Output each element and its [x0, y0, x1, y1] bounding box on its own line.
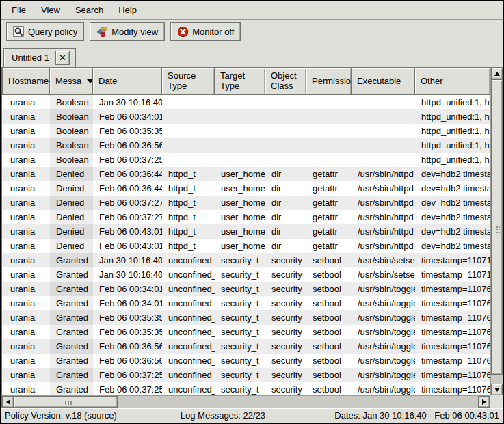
cell-target-type: security_t	[215, 310, 265, 325]
table-row[interactable]: uraniaBooleanJan 30 10:16:40httpd_unifie…	[2, 95, 490, 109]
horizontal-scroll-thumb[interactable]	[14, 396, 118, 408]
column-header-date[interactable]: Date	[93, 68, 162, 95]
cell-target-type: user_home_	[215, 196, 265, 210]
cell-source-type: unconfined_	[162, 368, 215, 382]
statusbar: Policy Version: v.18 (source) Log Messag…	[1, 408, 503, 423]
table-row[interactable]: uraniaDeniedFeb 06 00:43:01httpd_tuser_h…	[2, 239, 490, 253]
tab-bar: Untitled 1 ✕	[1, 43, 503, 67]
tab-untitled-1[interactable]: Untitled 1 ✕	[3, 48, 76, 67]
cell-object-class: dir	[265, 167, 306, 181]
column-header-other[interactable]: Other	[415, 68, 490, 95]
monitor-off-button[interactable]: Monitor off	[170, 22, 241, 41]
table-row[interactable]: uraniaDeniedFeb 06 00:37:27httpd_tuser_h…	[2, 210, 490, 224]
cell-hostname: urania	[2, 181, 50, 196]
query-policy-button[interactable]: Query policy	[6, 22, 84, 41]
scroll-down-icon[interactable]	[491, 384, 503, 395]
table-row[interactable]: uraniaBooleanFeb 06 00:37:25httpd_unifie…	[2, 153, 490, 167]
cell-date: Feb 06 00:37:25	[93, 368, 162, 382]
cell-executable: /usr/sbin/toggle	[352, 368, 415, 382]
cell-object-class	[265, 153, 306, 167]
vertical-scroll-track[interactable]	[491, 79, 503, 384]
column-header-message[interactable]: Messa	[50, 68, 93, 95]
cell-other: timestamp=11076	[415, 325, 490, 339]
cell-permission: getattr	[306, 196, 352, 210]
table-row[interactable]: uraniaGrantedFeb 06 00:34:01unconfined_s…	[2, 296, 490, 310]
table-row[interactable]: uraniaGrantedFeb 06 00:37:25unconfined_s…	[2, 382, 490, 395]
cell-other: dev=hdb2 timesta	[415, 239, 490, 253]
cell-message: Boolean	[50, 95, 93, 109]
cell-executable: /usr/sbin/httpd	[352, 210, 415, 224]
cell-date: Feb 06 00:34:01	[93, 282, 162, 296]
cell-object-class: security	[265, 339, 306, 354]
cell-object-class: security	[265, 267, 306, 282]
cell-other: dev=hdb2 timesta	[415, 196, 490, 210]
cell-permission	[306, 138, 352, 153]
vertical-scrollbar[interactable]	[490, 68, 503, 395]
cell-target-type: user_home_	[215, 224, 265, 239]
scroll-left-icon[interactable]	[2, 396, 14, 408]
table-row[interactable]: uraniaDeniedFeb 06 00:43:01httpd_tuser_h…	[2, 224, 490, 239]
cell-executable	[352, 95, 415, 109]
vertical-scroll-thumb[interactable]	[491, 79, 503, 375]
cell-permission: setbool	[306, 282, 352, 296]
cell-executable: /usr/sbin/toggle	[352, 282, 415, 296]
cell-message: Boolean	[50, 138, 93, 153]
table-row[interactable]: uraniaGrantedFeb 06 00:35:35unconfined_s…	[2, 325, 490, 339]
cell-hostname: urania	[2, 296, 50, 310]
cell-executable: /usr/sbin/setseb	[352, 253, 415, 267]
table-row[interactable]: uraniaGrantedFeb 06 00:36:56unconfined_s…	[2, 339, 490, 354]
cell-message: Granted	[50, 368, 93, 382]
horizontal-scroll-track[interactable]	[14, 396, 478, 408]
column-header-target-type[interactable]: Target Type	[215, 68, 265, 95]
column-header-executable[interactable]: Executable	[352, 68, 415, 95]
column-header-source-type[interactable]: Source Type	[162, 68, 215, 95]
table-row[interactable]: uraniaGrantedFeb 06 00:34:01unconfined_s…	[2, 282, 490, 296]
close-icon[interactable]: ✕	[55, 51, 70, 65]
cell-executable: /usr/sbin/httpd	[352, 181, 415, 196]
cell-permission: setbool	[306, 267, 352, 282]
menu-search[interactable]: Search	[68, 2, 110, 18]
table-row[interactable]: uraniaBooleanFeb 06 00:36:56httpd_unifie…	[2, 138, 490, 153]
table-row[interactable]: uraniaGrantedFeb 06 00:37:25unconfined_s…	[2, 368, 490, 382]
app-window: File View Search Help Query policy	[0, 0, 504, 424]
table-row[interactable]: uraniaGrantedJan 30 10:16:40unconfined_s…	[2, 253, 490, 267]
cell-source-type: unconfined_	[162, 310, 215, 325]
scroll-up-icon[interactable]	[491, 68, 503, 79]
cell-executable: /usr/sbin/httpd	[352, 239, 415, 253]
column-header-permission[interactable]: Permission	[306, 68, 352, 95]
cell-executable: /usr/sbin/httpd	[352, 196, 415, 210]
menu-view[interactable]: View	[34, 2, 67, 18]
cell-message: Boolean	[50, 109, 93, 124]
menu-file[interactable]: File	[5, 2, 33, 18]
horizontal-scrollbar[interactable]	[2, 395, 490, 408]
cell-target-type: security_t	[215, 282, 265, 296]
modify-view-button[interactable]: Modify view	[90, 22, 165, 41]
table-row[interactable]: uraniaDeniedFeb 06 00:36:44httpd_tuser_h…	[2, 181, 490, 196]
cell-source-type	[162, 124, 215, 138]
cell-message: Denied	[50, 210, 93, 224]
cell-object-class: security	[265, 282, 306, 296]
column-header-object-class[interactable]: Object Class	[265, 68, 306, 95]
cell-message: Granted	[50, 382, 93, 395]
table-row[interactable]: uraniaGrantedFeb 06 00:36:56unconfined_s…	[2, 354, 490, 368]
table-row[interactable]: uraniaGrantedJan 30 10:16:40unconfined_s…	[2, 267, 490, 282]
scroll-right-icon[interactable]	[478, 396, 490, 408]
table-row[interactable]: uraniaGrantedFeb 06 00:35:35unconfined_s…	[2, 310, 490, 325]
cell-permission	[306, 95, 352, 109]
table-row[interactable]: uraniaBooleanFeb 06 00:35:35httpd_unifie…	[2, 124, 490, 138]
cell-hostname: urania	[2, 310, 50, 325]
table-row[interactable]: uraniaDeniedFeb 06 00:37:27httpd_tuser_h…	[2, 196, 490, 210]
cell-permission: setbool	[306, 339, 352, 354]
cell-date: Feb 06 00:35:35	[93, 124, 162, 138]
menu-help[interactable]: Help	[111, 2, 144, 18]
cell-source-type: httpd_t	[162, 239, 215, 253]
cell-permission	[306, 153, 352, 167]
table-row[interactable]: uraniaDeniedFeb 06 00:36:44httpd_tuser_h…	[2, 167, 490, 181]
cell-executable	[352, 153, 415, 167]
cell-source-type: unconfined_	[162, 339, 215, 354]
cell-date: Feb 06 00:37:27	[93, 210, 162, 224]
column-header-hostname[interactable]: Hostname	[2, 68, 50, 95]
table-row[interactable]: uraniaBooleanFeb 06 00:34:01httpd_unifie…	[2, 109, 490, 124]
cell-target-type: security_t	[215, 253, 265, 267]
cell-executable: /usr/sbin/httpd	[352, 224, 415, 239]
